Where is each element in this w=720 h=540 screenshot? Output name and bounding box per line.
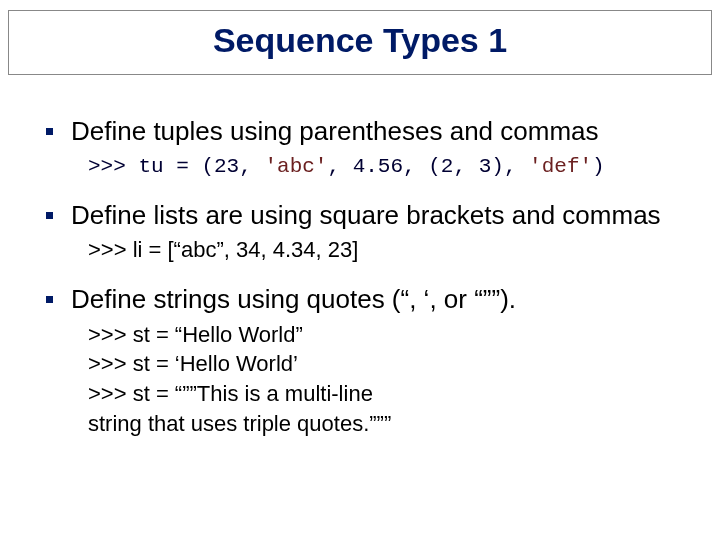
bullet-icon [46,128,53,135]
code-segment: ) [592,155,605,178]
code-string: 'abc' [264,155,327,178]
bullet-text: Define lists are using square brackets a… [71,199,661,232]
bullet-item: Define strings using quotes (“, ‘, or “”… [18,283,702,316]
bullet-text: Define strings using quotes (“, ‘, or “”… [71,283,516,316]
example-text: >>> st = “Hello World” [88,320,702,350]
bullet-item: Define tuples using parentheses and comm… [18,115,702,148]
bullet-text: Define tuples using parentheses and comm… [71,115,599,148]
bullet-item: Define lists are using square brackets a… [18,199,702,232]
bullet-icon [46,296,53,303]
example-text: >>> st = ‘Hello World’ [88,349,702,379]
sub-block: >>> st = “Hello World” >>> st = ‘Hello W… [88,320,702,439]
content-area: Define tuples using parentheses and comm… [8,115,712,438]
bullet-icon [46,212,53,219]
slide-title: Sequence Types 1 [9,21,711,60]
code-segment: , 4.56, (2, 3), [327,155,529,178]
sub-block: >>> li = [“abc”, 34, 4.34, 23] [88,235,702,265]
title-container: Sequence Types 1 [8,10,712,75]
code-text: >>> tu = (23, 'abc', 4.56, (2, 3), 'def'… [88,155,605,178]
code-string: 'def' [529,155,592,178]
example-text: string that uses triple quotes.””” [88,409,702,439]
code-block: >>> tu = (23, 'abc', 4.56, (2, 3), 'def'… [88,152,702,181]
example-text: >>> st = “””This is a multi-line [88,379,702,409]
code-segment: >>> tu = (23, [88,155,264,178]
example-text: >>> li = [“abc”, 34, 4.34, 23] [88,235,702,265]
